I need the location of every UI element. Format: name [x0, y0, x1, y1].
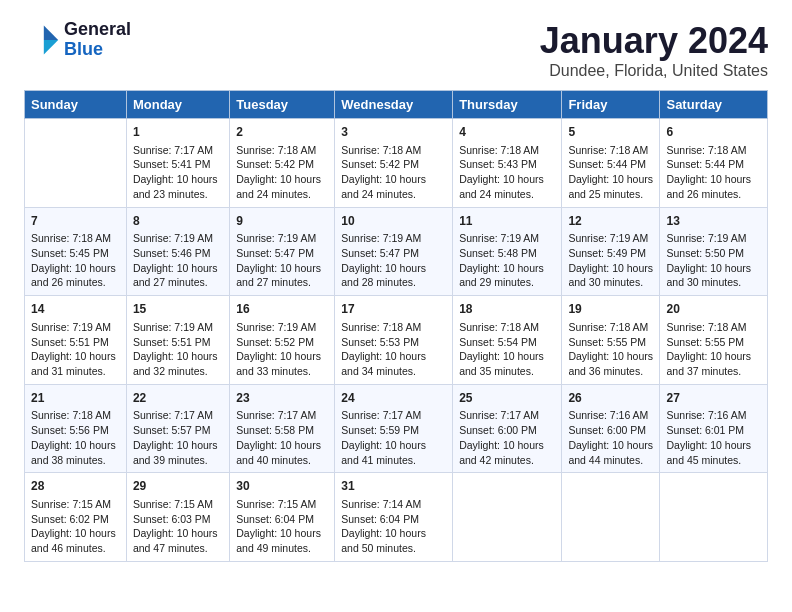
- daylight-text: Daylight: 10 hours and 25 minutes.: [568, 173, 653, 200]
- sunrise-text: Sunrise: 7:15 AM: [133, 498, 213, 510]
- sunset-text: Sunset: 6:01 PM: [666, 424, 744, 436]
- weekday-header: Saturday: [660, 91, 768, 119]
- sunset-text: Sunset: 5:56 PM: [31, 424, 109, 436]
- calendar-cell: 6Sunrise: 7:18 AMSunset: 5:44 PMDaylight…: [660, 119, 768, 208]
- sunrise-text: Sunrise: 7:17 AM: [133, 409, 213, 421]
- sunset-text: Sunset: 5:57 PM: [133, 424, 211, 436]
- calendar-cell: 22Sunrise: 7:17 AMSunset: 5:57 PMDayligh…: [126, 384, 229, 473]
- calendar-cell: [453, 473, 562, 562]
- daylight-text: Daylight: 10 hours and 47 minutes.: [133, 527, 218, 554]
- title-block: January 2024 Dundee, Florida, United Sta…: [540, 20, 768, 80]
- calendar-cell: 13Sunrise: 7:19 AMSunset: 5:50 PMDayligh…: [660, 207, 768, 296]
- day-number: 15: [133, 301, 223, 318]
- weekday-header: Thursday: [453, 91, 562, 119]
- sunrise-text: Sunrise: 7:17 AM: [341, 409, 421, 421]
- calendar-cell: 7Sunrise: 7:18 AMSunset: 5:45 PMDaylight…: [25, 207, 127, 296]
- day-number: 8: [133, 213, 223, 230]
- sunrise-text: Sunrise: 7:18 AM: [568, 144, 648, 156]
- calendar-title: January 2024: [540, 20, 768, 62]
- calendar-table: SundayMondayTuesdayWednesdayThursdayFrid…: [24, 90, 768, 562]
- daylight-text: Daylight: 10 hours and 26 minutes.: [31, 262, 116, 289]
- daylight-text: Daylight: 10 hours and 34 minutes.: [341, 350, 426, 377]
- sunrise-text: Sunrise: 7:16 AM: [666, 409, 746, 421]
- calendar-cell: 23Sunrise: 7:17 AMSunset: 5:58 PMDayligh…: [230, 384, 335, 473]
- daylight-text: Daylight: 10 hours and 23 minutes.: [133, 173, 218, 200]
- day-number: 25: [459, 390, 555, 407]
- day-number: 20: [666, 301, 761, 318]
- day-number: 6: [666, 124, 761, 141]
- daylight-text: Daylight: 10 hours and 38 minutes.: [31, 439, 116, 466]
- calendar-cell: 21Sunrise: 7:18 AMSunset: 5:56 PMDayligh…: [25, 384, 127, 473]
- calendar-cell: 28Sunrise: 7:15 AMSunset: 6:02 PMDayligh…: [25, 473, 127, 562]
- day-number: 31: [341, 478, 446, 495]
- sunrise-text: Sunrise: 7:15 AM: [236, 498, 316, 510]
- weekday-header-row: SundayMondayTuesdayWednesdayThursdayFrid…: [25, 91, 768, 119]
- svg-marker-1: [44, 40, 58, 54]
- calendar-cell: 31Sunrise: 7:14 AMSunset: 6:04 PMDayligh…: [335, 473, 453, 562]
- daylight-text: Daylight: 10 hours and 46 minutes.: [31, 527, 116, 554]
- day-number: 28: [31, 478, 120, 495]
- sunrise-text: Sunrise: 7:19 AM: [666, 232, 746, 244]
- day-number: 2: [236, 124, 328, 141]
- sunset-text: Sunset: 5:53 PM: [341, 336, 419, 348]
- day-number: 24: [341, 390, 446, 407]
- day-number: 11: [459, 213, 555, 230]
- sunset-text: Sunset: 5:48 PM: [459, 247, 537, 259]
- page-header: General Blue January 2024 Dundee, Florid…: [24, 20, 768, 80]
- weekday-header: Friday: [562, 91, 660, 119]
- sunset-text: Sunset: 5:54 PM: [459, 336, 537, 348]
- calendar-cell: 3Sunrise: 7:18 AMSunset: 5:42 PMDaylight…: [335, 119, 453, 208]
- day-number: 30: [236, 478, 328, 495]
- day-number: 19: [568, 301, 653, 318]
- calendar-cell: 27Sunrise: 7:16 AMSunset: 6:01 PMDayligh…: [660, 384, 768, 473]
- day-number: 26: [568, 390, 653, 407]
- day-number: 12: [568, 213, 653, 230]
- day-number: 29: [133, 478, 223, 495]
- calendar-cell: 1Sunrise: 7:17 AMSunset: 5:41 PMDaylight…: [126, 119, 229, 208]
- sunrise-text: Sunrise: 7:19 AM: [341, 232, 421, 244]
- calendar-cell: 29Sunrise: 7:15 AMSunset: 6:03 PMDayligh…: [126, 473, 229, 562]
- sunrise-text: Sunrise: 7:18 AM: [31, 409, 111, 421]
- sunset-text: Sunset: 5:55 PM: [666, 336, 744, 348]
- daylight-text: Daylight: 10 hours and 33 minutes.: [236, 350, 321, 377]
- sunrise-text: Sunrise: 7:18 AM: [341, 144, 421, 156]
- day-number: 14: [31, 301, 120, 318]
- day-number: 22: [133, 390, 223, 407]
- sunrise-text: Sunrise: 7:17 AM: [133, 144, 213, 156]
- sunset-text: Sunset: 5:59 PM: [341, 424, 419, 436]
- day-number: 17: [341, 301, 446, 318]
- day-number: 7: [31, 213, 120, 230]
- day-number: 5: [568, 124, 653, 141]
- day-number: 1: [133, 124, 223, 141]
- logo-line2: Blue: [64, 40, 131, 60]
- daylight-text: Daylight: 10 hours and 39 minutes.: [133, 439, 218, 466]
- sunrise-text: Sunrise: 7:19 AM: [133, 321, 213, 333]
- calendar-cell: 4Sunrise: 7:18 AMSunset: 5:43 PMDaylight…: [453, 119, 562, 208]
- calendar-subtitle: Dundee, Florida, United States: [540, 62, 768, 80]
- calendar-cell: 20Sunrise: 7:18 AMSunset: 5:55 PMDayligh…: [660, 296, 768, 385]
- daylight-text: Daylight: 10 hours and 42 minutes.: [459, 439, 544, 466]
- sunset-text: Sunset: 5:44 PM: [568, 158, 646, 170]
- sunrise-text: Sunrise: 7:17 AM: [236, 409, 316, 421]
- sunrise-text: Sunrise: 7:19 AM: [133, 232, 213, 244]
- calendar-cell: 5Sunrise: 7:18 AMSunset: 5:44 PMDaylight…: [562, 119, 660, 208]
- sunset-text: Sunset: 5:44 PM: [666, 158, 744, 170]
- calendar-week-row: 21Sunrise: 7:18 AMSunset: 5:56 PMDayligh…: [25, 384, 768, 473]
- daylight-text: Daylight: 10 hours and 45 minutes.: [666, 439, 751, 466]
- sunset-text: Sunset: 5:47 PM: [341, 247, 419, 259]
- daylight-text: Daylight: 10 hours and 44 minutes.: [568, 439, 653, 466]
- sunset-text: Sunset: 5:41 PM: [133, 158, 211, 170]
- day-number: 3: [341, 124, 446, 141]
- calendar-week-row: 1Sunrise: 7:17 AMSunset: 5:41 PMDaylight…: [25, 119, 768, 208]
- calendar-week-row: 14Sunrise: 7:19 AMSunset: 5:51 PMDayligh…: [25, 296, 768, 385]
- sunrise-text: Sunrise: 7:18 AM: [568, 321, 648, 333]
- logo-text: General Blue: [64, 20, 131, 60]
- calendar-week-row: 28Sunrise: 7:15 AMSunset: 6:02 PMDayligh…: [25, 473, 768, 562]
- daylight-text: Daylight: 10 hours and 36 minutes.: [568, 350, 653, 377]
- sunrise-text: Sunrise: 7:15 AM: [31, 498, 111, 510]
- day-number: 18: [459, 301, 555, 318]
- sunset-text: Sunset: 5:58 PM: [236, 424, 314, 436]
- sunset-text: Sunset: 5:51 PM: [31, 336, 109, 348]
- sunset-text: Sunset: 6:04 PM: [236, 513, 314, 525]
- weekday-header: Wednesday: [335, 91, 453, 119]
